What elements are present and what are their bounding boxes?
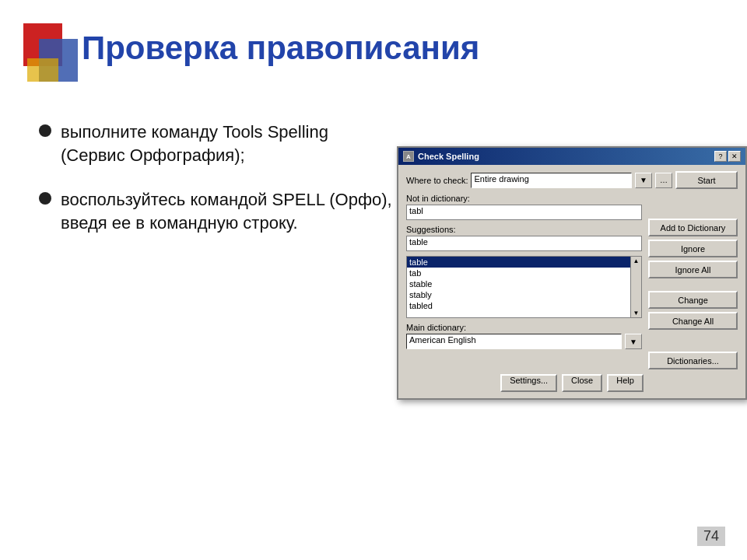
list-item[interactable]: stably (407, 289, 630, 300)
dialog-main-area: Not in dictionary: tabl Suggestions: tab… (406, 194, 738, 369)
not-in-dictionary-input[interactable]: tabl (406, 205, 642, 220)
close-title-button[interactable]: ✕ (728, 151, 741, 162)
dialog-titlebar: A Check Spelling ? ✕ (398, 148, 745, 165)
deco-yellow-block (27, 58, 58, 82)
where-to-check-label: Where to check: (406, 176, 468, 185)
where-to-check-input[interactable]: Entire drawing (471, 173, 632, 188)
add-to-dictionary-button[interactable]: Add to Dictionary (648, 219, 738, 236)
list-item[interactable]: tabled (407, 300, 630, 311)
ignore-all-button[interactable]: Ignore All (648, 261, 738, 278)
dialog-right-column: Add to Dictionary Ignore Ignore All Chan… (648, 194, 738, 369)
change-all-button[interactable]: Change All (648, 312, 738, 330)
change-button[interactable]: Change (648, 291, 738, 309)
slide: Проверка правописания выполните команду … (0, 0, 747, 560)
suggestions-list-items: table tab stable stably tabled (407, 257, 630, 317)
ignore-button[interactable]: Ignore (648, 240, 738, 257)
main-dictionary-row: Main dictionary: American English ▼ (406, 323, 642, 349)
list-item[interactable]: stable (407, 278, 630, 289)
main-dictionary-label: Main dictionary: (406, 323, 642, 332)
decorative-blocks (23, 23, 70, 109)
main-dictionary-input[interactable]: American English (406, 334, 622, 349)
scroll-up-btn[interactable]: ▲ (633, 257, 640, 264)
slide-title: Проверка правописания (82, 30, 724, 67)
page-number: 74 (697, 527, 725, 546)
help-title-button[interactable]: ? (714, 151, 727, 162)
start-button[interactable]: Start (675, 171, 738, 189)
list-item: выполните команду Tools Spelling (Сервис… (39, 121, 397, 166)
close-button[interactable]: Close (562, 374, 602, 392)
suggestions-row: Suggestions: table (406, 225, 642, 251)
bullet-dot (39, 192, 51, 205)
dialog-icon: A (403, 151, 414, 162)
list-item[interactable]: tab (407, 268, 630, 278)
bullet-text-1: выполните команду Tools Spelling (Сервис… (61, 121, 397, 166)
main-dict-dropdown-btn[interactable]: ▼ (625, 334, 642, 349)
dialog-body: Where to check: Entire drawing ▼ … Start… (398, 165, 745, 398)
help-button[interactable]: Help (607, 374, 644, 392)
not-in-dictionary-label: Not in dictionary: (406, 194, 642, 203)
where-browse-btn[interactable]: … (655, 173, 672, 188)
suggestions-label: Suggestions: (406, 225, 642, 234)
settings-button[interactable]: Settings... (500, 374, 557, 392)
list-item: воспользуйтесь командой SPELL (Орфо), вв… (39, 188, 397, 234)
list-item[interactable]: table (407, 257, 630, 268)
not-in-dictionary-row: Not in dictionary: tabl (406, 194, 642, 220)
bullet-text-2: воспользуйтесь командой SPELL (Орфо), вв… (61, 188, 397, 234)
listbox-scrollbar[interactable]: ▲ ▼ (630, 257, 641, 317)
dialog-bottom-buttons: Settings... Close Help (406, 374, 738, 392)
where-to-check-row: Where to check: Entire drawing ▼ … Start (406, 171, 738, 189)
bullet-list: выполните команду Tools Spelling (Сервис… (39, 121, 397, 257)
suggestions-listbox[interactable]: table tab stable stably tabled ▲ ▼ (406, 256, 642, 318)
dialog-title-left: A Check Spelling (403, 151, 479, 162)
dialog-title-buttons: ? ✕ (714, 151, 741, 162)
where-to-check-controls: Entire drawing ▼ … Start (471, 171, 738, 189)
scroll-down-btn[interactable]: ▼ (633, 310, 640, 317)
dictionaries-button[interactable]: Dictionaries... (648, 352, 738, 369)
dialog-title-text: Check Spelling (418, 152, 479, 161)
suggestions-input[interactable]: table (406, 236, 642, 251)
dialog-left-column: Not in dictionary: tabl Suggestions: tab… (406, 194, 642, 369)
bullet-dot (39, 124, 51, 137)
check-spelling-dialog: A Check Spelling ? ✕ Where to check: Ent… (397, 146, 747, 400)
main-dictionary-input-row: American English ▼ (406, 334, 642, 349)
where-dropdown-btn[interactable]: ▼ (635, 173, 652, 188)
